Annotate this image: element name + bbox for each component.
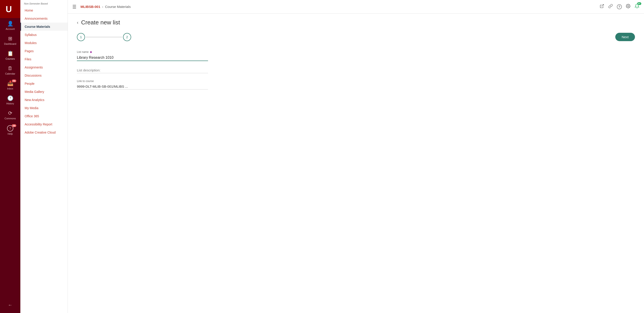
global-nav-inbox[interactable]: 📥 Inbox 70 [0,78,20,93]
history-icon: 🕐 [7,95,13,101]
course-context-label: Non-Semester Based [20,0,68,6]
question-icon[interactable]: ? [617,4,622,9]
global-sidebar: U 👤 Account ⊞ Dashboard 📋 Courses 🗓 Cale… [0,0,20,313]
svg-line-1 [602,4,604,6]
top-bar: ☰ MLIBSB-001 › Course Materials ? 6+ [68,0,644,13]
svg-point-2 [628,6,629,7]
breadcrumb: MLIBSB-001 › Course Materials [80,5,131,8]
wizard-step-1: 1 [77,33,85,41]
settings-icon[interactable] [626,4,630,9]
account-icon: 👤 [7,21,13,27]
calendar-label: Calendar [5,72,16,75]
back-button[interactable]: ‹ [77,20,78,25]
page-title: Create new list [81,19,120,26]
required-star: ★ [90,50,92,54]
help-label: Help [8,132,13,135]
wizard-next: Next [615,33,635,41]
global-nav-commons[interactable]: ⟳ Commons [0,108,20,122]
wizard-steps: 1 2 Next [77,33,635,41]
hamburger-button[interactable]: ☰ [72,4,76,9]
sidebar-item-assignments[interactable]: Assignments [20,63,68,71]
sidebar-item-syllabus[interactable]: Syllabus [20,31,68,39]
dashboard-icon: ⊞ [8,36,12,41]
sidebar-item-home[interactable]: Home [20,6,68,14]
list-description-input[interactable] [77,67,208,73]
external-link-icon[interactable] [600,4,604,9]
global-nav-courses[interactable]: 📋 Courses [0,48,20,63]
notifications-icon[interactable]: 6+ [634,3,640,10]
sidebar-item-adobe-creative-cloud[interactable]: Adobe Creative Cloud [20,128,68,136]
breadcrumb-separator: › [102,5,103,8]
help-badge: 10 [12,124,16,127]
next-button[interactable]: Next [615,33,635,41]
sidebar-item-new-analytics[interactable]: New Analytics [20,96,68,104]
course-sidebar: Non-Semester Based Home Announcements Co… [20,0,68,313]
global-nav-dashboard[interactable]: ⊞ Dashboard [0,33,20,48]
sidebar-item-media-gallery[interactable]: Media Gallery [20,88,68,96]
global-nav-account[interactable]: 👤 Account [0,18,20,33]
sidebar-item-accessibility-report[interactable]: Accessibility Report [20,120,68,128]
global-nav-calendar[interactable]: 🗓 Calendar [0,63,20,78]
sidebar-item-modules[interactable]: Modules [20,39,68,47]
history-label: History [6,102,14,105]
global-nav-help[interactable]: ? Help 10 [0,122,20,138]
collapse-nav-button[interactable]: ← [5,300,15,310]
account-label: Account [6,27,15,30]
sidebar-item-pages[interactable]: Pages [20,47,68,55]
svg-text:U: U [6,4,12,14]
notification-badge: 6+ [637,2,641,5]
dashboard-label: Dashboard [4,42,16,45]
breadcrumb-course-code: MLIBSB-001 [80,5,100,8]
commons-icon: ⟳ [8,110,12,116]
link-to-course-group: Link to course 9999-DLT-MLIB-SB-001/MLIB… [77,79,208,89]
inbox-label: Inbox [7,87,13,90]
sidebar-item-announcements[interactable]: Announcements [20,14,68,22]
global-nav-bottom: ← [0,300,20,313]
link-to-course-value: 9999-DLT-MLIB-SB-001/MLIBS ... [77,84,208,89]
breadcrumb-page-name: Course Materials [105,5,131,8]
page-content: ‹ Create new list 1 2 Next List name ★ L… [68,13,644,313]
sidebar-item-course-materials[interactable]: Course Materials [20,22,68,31]
sidebar-item-my-media[interactable]: My Media [20,104,68,112]
wizard-step-2: 2 [123,33,131,41]
inbox-badge: 70 [12,79,16,82]
sidebar-item-files[interactable]: Files [20,55,68,63]
link-to-course-label: Link to course [77,79,208,83]
list-name-group: List name ★ [77,50,208,61]
list-name-label: List name ★ [77,50,208,54]
commons-label: Commons [4,117,16,120]
list-name-input[interactable] [77,55,208,61]
logo[interactable]: U [0,0,20,18]
courses-label: Courses [6,57,15,60]
courses-icon: 📋 [7,51,13,56]
link-icon[interactable] [608,4,613,9]
top-bar-actions: ? 6+ [600,3,640,10]
sidebar-item-office-365[interactable]: Office 365 [20,112,68,120]
wizard-line [86,37,122,37]
sidebar-item-discussions[interactable]: Discussions [20,71,68,79]
sidebar-item-people[interactable]: People [20,79,68,88]
global-nav-history[interactable]: 🕐 History [0,93,20,108]
page-title-row: ‹ Create new list [77,19,635,26]
list-description-group [77,67,208,73]
main-content: ☰ MLIBSB-001 › Course Materials ? 6+ [68,0,644,313]
calendar-icon: 🗓 [8,65,13,71]
